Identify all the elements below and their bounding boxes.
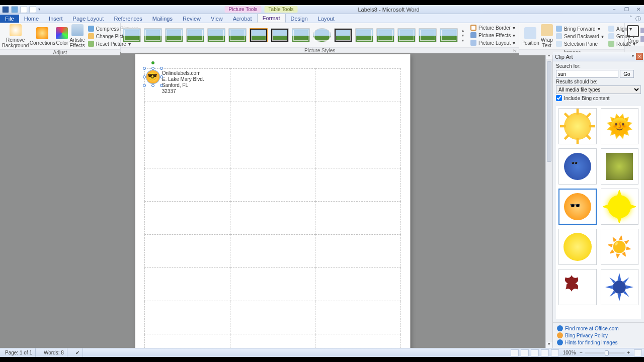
gallery-up-icon[interactable]: ▴ bbox=[462, 28, 464, 33]
style-thumb[interactable] bbox=[186, 28, 204, 42]
picture-effects-button[interactable]: Picture Effects▾ bbox=[469, 32, 517, 39]
label-cell[interactable] bbox=[145, 268, 230, 301]
view-web-layout-icon[interactable] bbox=[531, 349, 539, 356]
label-cell[interactable] bbox=[230, 135, 315, 168]
label-cell[interactable] bbox=[145, 202, 230, 235]
style-thumb[interactable] bbox=[165, 28, 183, 42]
bring-forward-button[interactable]: Bring Forward▾ bbox=[554, 25, 605, 32]
label-cell[interactable]: Onlinelabels.com E. Lake Mary Blvd. Sanf… bbox=[145, 69, 230, 102]
gallery-more-icon[interactable]: ▾ bbox=[462, 38, 464, 43]
label-cell[interactable] bbox=[145, 168, 230, 202]
tab-file[interactable]: File bbox=[0, 15, 19, 23]
label-cell[interactable] bbox=[145, 334, 230, 348]
label-cell[interactable] bbox=[315, 102, 401, 135]
label-cell[interactable] bbox=[315, 168, 401, 202]
tab-page-layout[interactable]: Page Layout bbox=[68, 15, 109, 23]
width-field[interactable]: Width: ▴▾ bbox=[640, 35, 644, 42]
zoom-fit-icon[interactable] bbox=[634, 349, 642, 356]
label-cell[interactable] bbox=[145, 135, 230, 168]
label-cell[interactable] bbox=[315, 69, 401, 102]
label-cell[interactable] bbox=[230, 69, 315, 102]
position-button[interactable]: Position bbox=[521, 27, 539, 46]
style-thumb[interactable] bbox=[334, 28, 352, 42]
wrap-text-button[interactable]: Wrap Text bbox=[541, 24, 553, 48]
zoom-level[interactable]: 100% bbox=[563, 350, 576, 355]
clipart-result[interactable] bbox=[558, 108, 597, 144]
style-thumb[interactable] bbox=[207, 28, 225, 42]
tab-home[interactable]: Home bbox=[19, 15, 44, 23]
rotate-handle[interactable] bbox=[151, 61, 154, 64]
style-thumb[interactable] bbox=[313, 28, 331, 42]
view-outline-icon[interactable] bbox=[541, 349, 549, 356]
status-proofing-icon[interactable]: ✔ bbox=[72, 348, 83, 357]
ribbon-minimize-icon[interactable]: ˄ bbox=[629, 15, 632, 23]
document-area[interactable]: Onlinelabels.com E. Lake Mary Blvd. Sanf… bbox=[0, 52, 545, 348]
save-icon[interactable] bbox=[11, 6, 18, 13]
style-thumb-selected[interactable] bbox=[250, 28, 268, 42]
qat-dropdown-icon[interactable]: ▾ bbox=[38, 7, 40, 12]
clipart-result[interactable] bbox=[601, 189, 639, 225]
style-thumb[interactable] bbox=[123, 28, 141, 42]
style-thumb[interactable] bbox=[419, 28, 437, 42]
clipart-result-selected[interactable]: 🕶️ bbox=[558, 189, 597, 225]
label-cell[interactable] bbox=[315, 301, 401, 334]
undo-icon[interactable] bbox=[20, 6, 27, 13]
label-cell[interactable] bbox=[315, 334, 401, 348]
clipart-result[interactable] bbox=[558, 269, 597, 305]
redo-icon[interactable] bbox=[29, 6, 36, 13]
scrollbar-thumb[interactable] bbox=[547, 61, 551, 162]
selection-pane-button[interactable]: Selection Pane bbox=[554, 40, 605, 47]
status-page[interactable]: Page: 1 of 1 bbox=[2, 348, 36, 357]
style-thumb[interactable] bbox=[355, 28, 373, 42]
link-hints[interactable]: Hints for finding images bbox=[557, 339, 640, 346]
label-cell[interactable] bbox=[230, 301, 315, 334]
pane-close-icon[interactable]: × bbox=[636, 53, 643, 60]
view-full-screen-icon[interactable] bbox=[521, 349, 529, 356]
label-cell[interactable] bbox=[230, 102, 315, 135]
style-thumb[interactable] bbox=[397, 28, 416, 42]
clipart-result[interactable] bbox=[558, 229, 597, 265]
style-thumb[interactable] bbox=[271, 28, 289, 42]
style-thumb[interactable] bbox=[440, 28, 458, 42]
clipart-result[interactable]: ☀️ bbox=[601, 229, 639, 265]
search-input[interactable] bbox=[556, 70, 618, 78]
clipart-result[interactable]: 🌞 bbox=[601, 108, 639, 144]
restore-icon[interactable]: ❐ bbox=[623, 7, 630, 13]
tab-format[interactable]: Format bbox=[257, 14, 286, 23]
height-field[interactable]: Height: ▴▾ bbox=[640, 27, 644, 34]
go-button[interactable]: Go bbox=[620, 70, 634, 78]
label-cell[interactable] bbox=[230, 235, 315, 268]
media-types-select[interactable]: All media file types bbox=[556, 85, 641, 94]
gallery-down-icon[interactable]: ▾ bbox=[462, 33, 464, 38]
zoom-in-button[interactable]: + bbox=[627, 350, 630, 355]
minimize-icon[interactable]: − bbox=[611, 7, 618, 13]
label-text[interactable]: Onlinelabels.com E. Lake Mary Blvd. Sanf… bbox=[162, 70, 204, 95]
tab-references[interactable]: References bbox=[109, 15, 147, 23]
color-button[interactable]: Color bbox=[56, 27, 68, 46]
send-backward-button[interactable]: Send Backward▾ bbox=[554, 33, 605, 40]
tab-review[interactable]: Review bbox=[178, 15, 206, 23]
status-words[interactable]: Words: 8 bbox=[41, 348, 67, 357]
label-cell[interactable] bbox=[230, 268, 315, 301]
link-privacy[interactable]: Bing Privacy Policy bbox=[557, 332, 640, 339]
clipart-result[interactable] bbox=[601, 148, 639, 185]
view-draft-icon[interactable] bbox=[551, 349, 559, 356]
label-cell[interactable] bbox=[315, 202, 401, 235]
label-cell[interactable] bbox=[315, 135, 401, 168]
style-thumb[interactable] bbox=[144, 28, 162, 42]
label-cell[interactable] bbox=[145, 301, 230, 334]
style-thumb[interactable] bbox=[376, 28, 394, 42]
include-bing-input[interactable] bbox=[556, 95, 562, 101]
tab-acrobat[interactable]: Acrobat bbox=[228, 15, 257, 23]
label-cell[interactable] bbox=[145, 102, 230, 135]
label-cell[interactable] bbox=[315, 268, 401, 301]
close-icon[interactable]: ✕ bbox=[635, 7, 642, 13]
label-cell[interactable] bbox=[230, 334, 315, 348]
view-print-layout-icon[interactable] bbox=[511, 349, 519, 356]
label-cell[interactable] bbox=[230, 168, 315, 202]
tab-layout[interactable]: Layout bbox=[313, 15, 340, 23]
scroll-down-icon[interactable]: ▾ bbox=[546, 341, 552, 348]
tab-view[interactable]: View bbox=[206, 15, 228, 23]
selection-handles[interactable] bbox=[144, 68, 162, 85]
tab-insert[interactable]: Insert bbox=[44, 15, 68, 23]
